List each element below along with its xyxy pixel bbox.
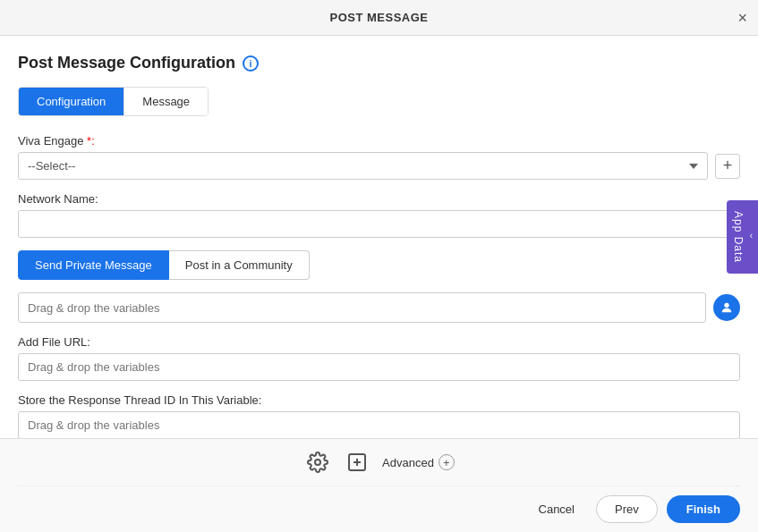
network-name-label: Network Name:: [18, 192, 740, 206]
svg-point-0: [724, 303, 728, 308]
info-icon[interactable]: i: [243, 55, 259, 72]
page-title-text: Post Message Configuration: [18, 54, 235, 72]
tabs-container: Configuration Message: [18, 87, 209, 116]
store-response-input[interactable]: [18, 411, 740, 438]
page-title-row: Post Message Configuration i: [18, 54, 740, 72]
finish-button[interactable]: Finish: [667, 495, 740, 523]
tab-message[interactable]: Message: [124, 88, 208, 115]
store-response-label: Store the Response Thread ID In This Var…: [18, 393, 740, 407]
app-data-chevron-icon: ‹: [750, 230, 753, 240]
app-data-sidebar[interactable]: ‹ App Data: [727, 200, 758, 274]
svg-point-1: [315, 460, 320, 465]
drag-drop-input[interactable]: [18, 292, 706, 323]
modal-footer: Advanced + Cancel Prev Finish: [0, 438, 758, 532]
network-name-input[interactable]: [18, 210, 740, 238]
send-private-message-button[interactable]: Send Private Message: [18, 250, 169, 280]
app-data-label: App Data: [732, 211, 745, 263]
modal-wrapper: POST MESSAGE × Post Message Configuratio…: [0, 0, 758, 532]
add-file-url-input[interactable]: [18, 353, 740, 381]
network-name-group: Network Name:: [18, 192, 740, 238]
person-icon[interactable]: [713, 294, 740, 321]
add-viva-engage-button[interactable]: +: [715, 154, 740, 179]
drag-drop-row: [18, 292, 740, 323]
add-file-url-label: Add File URL:: [18, 335, 740, 349]
settings-icon-button[interactable]: [303, 448, 332, 477]
advanced-label: Advanced: [382, 456, 434, 469]
viva-engage-group: Viva Engage *: --Select-- +: [18, 134, 740, 180]
required-marker: *:: [84, 134, 95, 148]
modal-title: POST MESSAGE: [329, 11, 428, 24]
viva-engage-label: Viva Engage *:: [18, 134, 740, 148]
close-button[interactable]: ×: [737, 10, 747, 26]
toggle-buttons-container: Send Private Message Post in a Community: [18, 250, 740, 280]
add-step-icon-button[interactable]: [343, 448, 371, 477]
modal-body: Post Message Configuration i Configurati…: [0, 36, 758, 438]
footer-actions: Cancel Prev Finish: [18, 486, 740, 523]
store-response-group: Store the Response Thread ID In This Var…: [18, 393, 740, 438]
advanced-plus-icon: +: [439, 454, 455, 470]
modal-header: POST MESSAGE ×: [0, 0, 758, 36]
add-file-url-group: Add File URL:: [18, 335, 740, 381]
advanced-button[interactable]: Advanced +: [382, 454, 455, 470]
footer-top-row: Advanced +: [18, 448, 740, 486]
add-step-icon: [346, 452, 368, 473]
tab-configuration[interactable]: Configuration: [19, 88, 124, 115]
post-in-community-button[interactable]: Post in a Community: [169, 250, 310, 280]
viva-engage-select-wrapper: --Select-- +: [18, 152, 740, 180]
cancel-button[interactable]: Cancel: [526, 495, 587, 523]
prev-button[interactable]: Prev: [596, 495, 658, 523]
settings-icon: [307, 452, 328, 473]
viva-engage-select[interactable]: --Select--: [18, 152, 708, 180]
